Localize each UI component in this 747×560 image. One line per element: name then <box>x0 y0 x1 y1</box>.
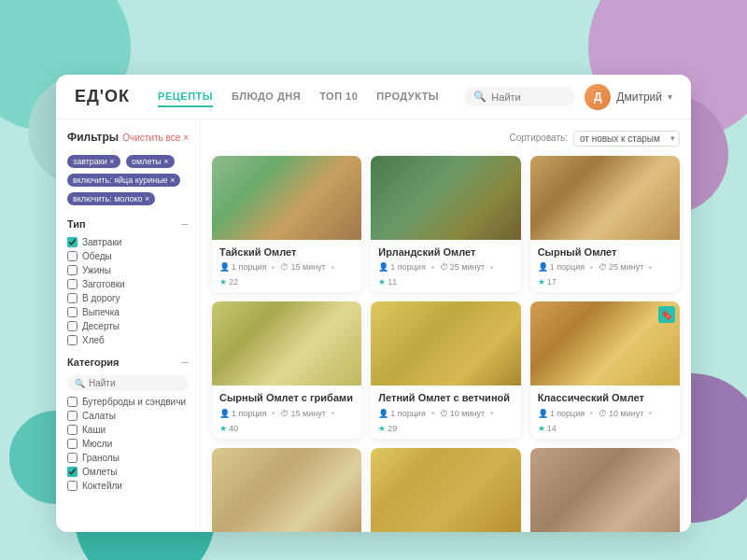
recipe-name: Сырный Омлет с грибами <box>219 391 354 404</box>
sort-select[interactable]: от новых к старым <box>573 131 680 147</box>
username: Дмитрий <box>616 91 662 104</box>
search-input[interactable] <box>491 91 566 103</box>
header-right: 🔍 Д Дмитрий ▾ <box>464 84 672 110</box>
recipe-image <box>530 156 680 240</box>
recipe-meta: 👤 1 порция ⏱ 10 минут ★ 29 <box>378 409 513 433</box>
recipe-rating: ★ 17 <box>538 277 557 287</box>
logo: ЕД'ОК <box>75 87 130 106</box>
type-deserty[interactable]: Десерты <box>67 321 189 331</box>
sort-wrapper: от новых к старым ▾ <box>573 129 680 147</box>
tag-milk[interactable]: включить: молоко × <box>67 192 155 205</box>
type-obedy[interactable]: Обеды <box>67 251 189 261</box>
star-icon: ★ <box>219 424 227 433</box>
cat-granoly[interactable]: Гранолы <box>67 453 189 463</box>
recipe-card[interactable]: Сырный Омлет с грибами 👤 1 порция ⏱ 15 м… <box>212 301 361 438</box>
recipe-time: ⏱ 10 минут <box>599 409 643 418</box>
recipe-name: Тайский Омлет <box>219 245 354 259</box>
nav-top10[interactable]: ТОП 10 <box>319 87 358 107</box>
category-section-header: Категория − <box>67 355 189 370</box>
search-icon: 🔍 <box>473 91 486 103</box>
filter-header: Фильтры Очистить все × <box>67 131 189 144</box>
category-search-icon: 🔍 <box>75 379 85 388</box>
sort-bar: Сортировать: от новых к старым ▾ <box>212 129 680 147</box>
meta-separator <box>431 266 434 269</box>
tag-eggs[interactable]: включить: яйца куриные × <box>67 174 180 187</box>
recipe-card[interactable]: Тайский Омлет 👤 1 порция ⏱ 15 минут ★ 22 <box>212 156 361 292</box>
recipe-name: Ирландский Омлет <box>378 245 513 259</box>
tag-omlety[interactable]: омлеты × <box>126 155 175 168</box>
active-tags: завтраки × омлеты × включить: яйца курин… <box>67 151 189 207</box>
recipe-portions: 👤 1 порция <box>219 262 266 272</box>
category-search-box: 🔍 <box>67 375 189 391</box>
type-section-label: Тип <box>67 218 86 230</box>
recipe-card[interactable]: Французский Омлет 👤 1 порция ⏱ 10 минут … <box>371 448 520 532</box>
recipe-portions: 👤 1 порция <box>219 409 266 418</box>
nav-dish-of-day[interactable]: БЛЮДО ДНЯ <box>232 87 301 107</box>
recipe-card[interactable]: Летний Омлет с ветчиной 👤 1 порция ⏱ 10 … <box>371 301 520 438</box>
recipe-card[interactable]: Ирландский Омлет 👤 1 порция ⏱ 25 минут ★… <box>371 156 520 292</box>
cat-kashi[interactable]: Каши <box>67 425 189 435</box>
recipe-card[interactable]: 🔖 Классический Омлет 👤 1 порция ⏱ 10 мин… <box>530 301 680 438</box>
type-vdorogu[interactable]: В дорогу <box>67 293 189 303</box>
recipe-meta: 👤 1 порция ⏱ 10 минут ★ 14 <box>538 409 672 433</box>
recipe-image: 🔖 <box>530 301 680 385</box>
category-search-input[interactable] <box>89 378 173 388</box>
recipe-image <box>371 448 520 532</box>
cat-omlety[interactable]: Омлеты <box>67 467 189 477</box>
type-uzhiny[interactable]: Ужины <box>67 265 189 275</box>
cat-buterbrody[interactable]: Бутерброды и сэндвичи <box>67 397 189 407</box>
star-icon: ★ <box>219 277 227 287</box>
category-checkboxes: Бутерброды и сэндвичи Салаты Каши Мюсли … <box>67 397 189 491</box>
type-toggle-icon[interactable]: − <box>181 217 189 231</box>
type-zavtraki[interactable]: Завтраки <box>67 237 189 247</box>
recipe-info: Классический Омлет 👤 1 порция ⏱ 10 минут… <box>530 385 680 438</box>
recipe-rating: ★ 11 <box>378 277 397 287</box>
meta-separator-2 <box>331 412 334 414</box>
meta-separator <box>431 412 434 414</box>
clock-icon: ⏱ <box>280 409 289 418</box>
type-vypechka[interactable]: Выпечка <box>67 307 189 317</box>
type-section-header: Тип − <box>67 217 189 231</box>
recipe-info: Сырный Омлет с грибами 👤 1 порция ⏱ 15 м… <box>212 385 361 438</box>
recipe-time: ⏱ 25 минут <box>599 262 643 272</box>
star-icon: ★ <box>378 277 386 287</box>
recipe-meta: 👤 1 порция ⏱ 25 минут ★ 17 <box>538 262 672 287</box>
bookmark-icon[interactable]: 🔖 <box>658 306 675 323</box>
nav-recipes[interactable]: РЕЦЕПТЫ <box>158 87 213 107</box>
recipe-name: Сырный Омлет <box>538 245 672 259</box>
user-info[interactable]: Д Дмитрий ▾ <box>585 84 672 110</box>
recipe-portions: 👤 1 порция <box>538 262 585 272</box>
main-content: Сортировать: от новых к старым ▾ Тайский… <box>201 119 691 532</box>
cat-koktejli[interactable]: Коктейли <box>67 481 189 491</box>
recipe-meta: 👤 1 порция ⏱ 15 минут ★ 22 <box>219 262 354 287</box>
person-icon: 👤 <box>538 409 548 418</box>
cat-myusli[interactable]: Мюсли <box>67 439 189 449</box>
recipe-card[interactable]: Омлет с сыром 👤 1 порция ⏱ 15 минут ★ 18 <box>212 448 361 532</box>
person-icon: 👤 <box>219 409 230 418</box>
clock-icon: ⏱ <box>440 262 448 272</box>
recipe-portions: 👤 1 порция <box>538 409 585 418</box>
tag-zavtraki[interactable]: завтраки × <box>67 155 120 168</box>
star-icon: ★ <box>538 277 545 287</box>
cat-salaty[interactable]: Салаты <box>67 411 189 421</box>
recipe-time: ⏱ 10 минут <box>440 409 485 418</box>
recipe-rating: ★ 40 <box>219 424 238 433</box>
category-toggle-icon[interactable]: − <box>181 355 189 370</box>
type-zagotovki[interactable]: Заготовки <box>67 279 189 289</box>
recipe-name: Летний Омлет с ветчиной <box>378 391 513 404</box>
recipe-time: ⏱ 25 минут <box>440 262 485 272</box>
recipe-card[interactable]: Омлет с молоком 👤 1 порция ⏱ 20 минут ★ … <box>530 448 680 532</box>
clock-icon: ⏱ <box>599 409 607 418</box>
person-icon: 👤 <box>538 262 548 272</box>
sidebar: Фильтры Очистить все × завтраки × омлеты… <box>56 119 201 532</box>
body: Фильтры Очистить все × завтраки × омлеты… <box>56 119 691 532</box>
clear-all-button[interactable]: Очистить все × <box>122 133 189 143</box>
meta-separator <box>272 266 275 269</box>
category-section-label: Категория <box>67 357 120 368</box>
nav-products[interactable]: ПРОДУКТЫ <box>376 87 439 107</box>
recipe-image <box>212 448 361 532</box>
type-hleb[interactable]: Хлеб <box>67 335 189 345</box>
recipe-card[interactable]: Сырный Омлет 👤 1 порция ⏱ 25 минут ★ 17 <box>530 156 680 292</box>
clock-icon: ⏱ <box>440 409 448 418</box>
recipe-time: ⏱ 15 минут <box>280 409 325 418</box>
